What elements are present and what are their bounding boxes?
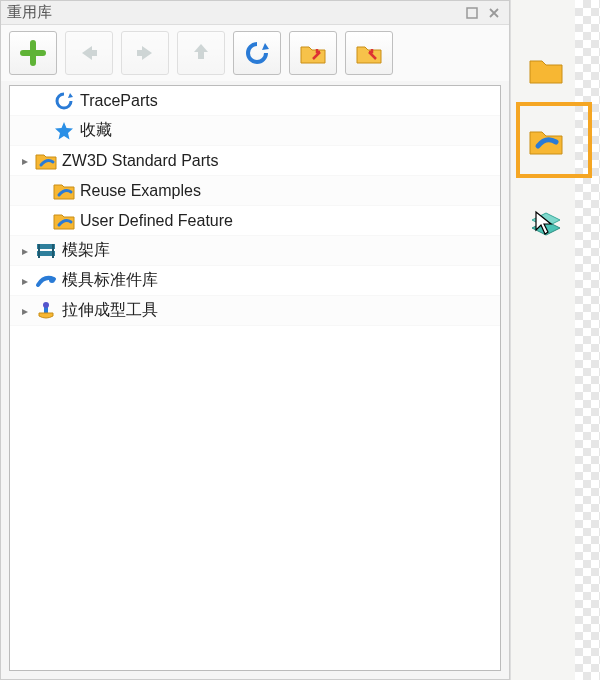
add-button[interactable] <box>9 31 57 75</box>
expander-icon[interactable] <box>16 244 34 258</box>
svg-rect-6 <box>38 244 40 258</box>
panel-titlebar: 重用库 <box>1 1 509 25</box>
svg-rect-1 <box>91 50 97 56</box>
toolbar <box>1 25 509 81</box>
tree-item-label: ZW3D Standard Parts <box>58 152 219 170</box>
panel-title: 重用库 <box>7 3 52 22</box>
expander-icon[interactable] <box>16 304 34 318</box>
tree-item[interactable]: ZW3D Standard Parts <box>10 146 500 176</box>
tree-item-label: User Defined Feature <box>76 212 233 230</box>
tree-item[interactable]: Reuse Examples <box>10 176 500 206</box>
svg-point-8 <box>49 277 55 283</box>
close-icon[interactable] <box>485 5 503 21</box>
export-folder-button[interactable] <box>345 31 393 75</box>
forward-button[interactable] <box>121 31 169 75</box>
refresh-blue-icon <box>52 91 76 111</box>
tree-item[interactable]: 模具标准件库 <box>10 266 500 296</box>
tree-item-label: 模具标准件库 <box>58 270 158 291</box>
tree-item[interactable]: TraceParts <box>10 86 500 116</box>
tree-item-label: TraceParts <box>76 92 158 110</box>
tree-item-label: 收藏 <box>76 120 112 141</box>
svg-point-10 <box>43 302 49 308</box>
refresh-button[interactable] <box>233 31 281 75</box>
tree-item[interactable]: 模架库 <box>10 236 500 266</box>
tree-view[interactable]: TraceParts收藏ZW3D Standard PartsReuse Exa… <box>9 85 501 671</box>
side-tab-layers[interactable] <box>523 202 569 246</box>
expander-icon[interactable] <box>16 274 34 288</box>
tree-item-label: 模架库 <box>58 240 110 261</box>
tree-item[interactable]: User Defined Feature <box>10 206 500 236</box>
svg-rect-0 <box>467 8 477 18</box>
side-tab-library[interactable] <box>523 120 569 164</box>
folder-link-icon <box>52 181 76 201</box>
side-tab-folder[interactable] <box>523 48 569 92</box>
part-icon <box>34 271 58 291</box>
tree-item-label: Reuse Examples <box>76 182 201 200</box>
tree-item[interactable]: 收藏 <box>10 116 500 146</box>
folder-link-icon <box>34 151 58 171</box>
up-button[interactable] <box>177 31 225 75</box>
transparent-background <box>575 0 600 680</box>
expander-icon[interactable] <box>16 154 34 168</box>
svg-rect-2 <box>137 50 143 56</box>
side-tab-strip <box>510 0 575 680</box>
star-icon <box>52 121 76 141</box>
reuse-library-panel: 重用库 <box>0 0 510 680</box>
back-button[interactable] <box>65 31 113 75</box>
minimize-icon[interactable] <box>463 5 481 21</box>
tool-icon <box>34 301 58 321</box>
svg-rect-3 <box>198 51 204 59</box>
svg-rect-7 <box>52 244 54 258</box>
tree-item-label: 拉伸成型工具 <box>58 300 158 321</box>
tree-item[interactable]: 拉伸成型工具 <box>10 296 500 326</box>
shelf-icon <box>34 241 58 261</box>
folder-link-icon <box>52 211 76 231</box>
import-folder-button[interactable] <box>289 31 337 75</box>
